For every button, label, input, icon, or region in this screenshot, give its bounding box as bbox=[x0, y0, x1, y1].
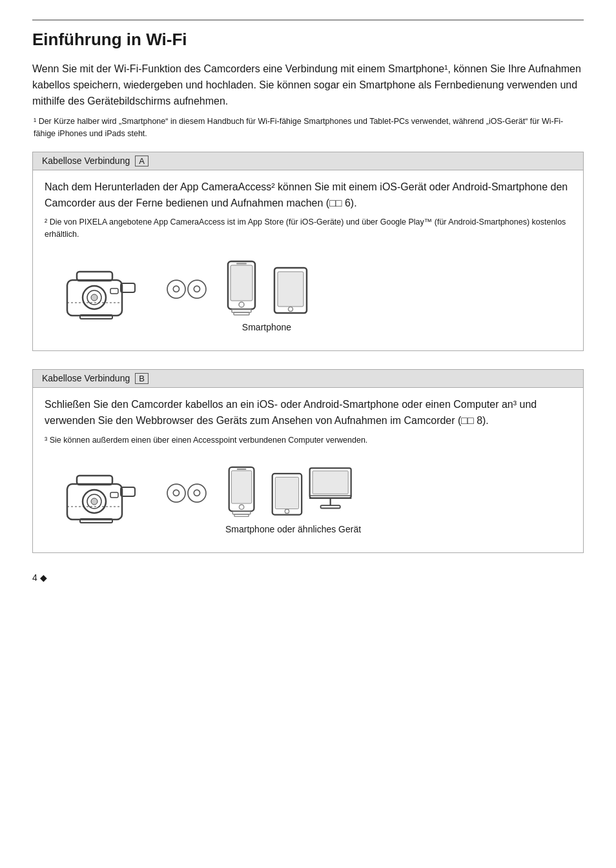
section-a-badge: A bbox=[135, 156, 149, 167]
section-a-diagram-label: Smartphone bbox=[242, 322, 291, 332]
section-b-diagram: ⦾⦾ bbox=[45, 452, 571, 541]
section-b-box: Kabellose Verbindung B Schließen Sie den… bbox=[32, 369, 584, 553]
page-footer: 4 ◆ bbox=[32, 572, 584, 583]
tablet-icon-a bbox=[272, 267, 308, 318]
camcorder-diagram-b bbox=[64, 468, 148, 532]
section-a-content: Nach dem Herunterladen der App CameraAcc… bbox=[33, 170, 583, 350]
section-b-header: Kabellose Verbindung B bbox=[33, 370, 583, 388]
camcorder-icon-b bbox=[64, 468, 148, 532]
svg-rect-14 bbox=[234, 312, 249, 315]
camcorder-diagram-a bbox=[64, 264, 148, 328]
section-b-badge: B bbox=[135, 373, 149, 384]
devices-row-b bbox=[227, 465, 360, 520]
svg-point-21 bbox=[91, 498, 98, 505]
svg-rect-31 bbox=[232, 511, 251, 514]
section-b-diagram-label: Smartphone oder ähnliches Gerät bbox=[225, 524, 361, 534]
section-a-body: Nach dem Herunterladen der App CameraAcc… bbox=[45, 179, 571, 212]
section-a-header: Kabellose Verbindung A bbox=[33, 152, 583, 170]
wifi-waves-b: ⦾⦾ bbox=[166, 479, 207, 509]
page-bullet: ◆ bbox=[40, 572, 47, 583]
svg-rect-34 bbox=[275, 478, 298, 509]
svg-rect-23 bbox=[121, 487, 135, 496]
svg-rect-10 bbox=[231, 265, 252, 301]
section-a-diagram: ⦾⦾ bbox=[45, 247, 571, 339]
section-b-body: Schließen Sie den Camcorder kabellos an … bbox=[45, 397, 571, 429]
page-title: Einführung in Wi-Fi bbox=[32, 19, 584, 50]
camcorder-icon-a bbox=[64, 264, 148, 328]
svg-point-12 bbox=[239, 302, 244, 307]
intro-paragraph: Wenn Sie mit der Wi-Fi-Funktion des Camc… bbox=[32, 61, 584, 109]
svg-point-3 bbox=[91, 294, 98, 301]
smartphone-icon-b bbox=[227, 465, 265, 520]
smartphone-icon-a bbox=[225, 260, 267, 318]
svg-rect-40 bbox=[310, 496, 351, 498]
section-b-content: Schließen Sie den Camcorder kabellos an … bbox=[33, 388, 583, 552]
computer-icon-b bbox=[308, 465, 360, 520]
svg-rect-32 bbox=[234, 514, 249, 517]
svg-rect-26 bbox=[80, 519, 112, 523]
smartphone-tablet-computer-b: Smartphone oder ähnliches Gerät bbox=[225, 465, 361, 534]
svg-rect-5 bbox=[121, 283, 135, 292]
section-a-header-text: Kabellose Verbindung bbox=[42, 156, 130, 166]
svg-point-35 bbox=[285, 509, 289, 513]
svg-rect-39 bbox=[321, 505, 340, 508]
devices-row-a bbox=[225, 260, 308, 318]
svg-rect-24 bbox=[110, 492, 118, 498]
svg-rect-16 bbox=[278, 272, 303, 307]
tablet-icon-b bbox=[271, 472, 303, 520]
svg-point-17 bbox=[289, 307, 293, 311]
svg-rect-28 bbox=[231, 471, 251, 504]
section-b-header-text: Kabellose Verbindung bbox=[42, 373, 130, 383]
svg-rect-6 bbox=[110, 288, 118, 294]
svg-point-30 bbox=[239, 505, 243, 509]
wifi-waves-a: ⦾⦾ bbox=[166, 275, 207, 305]
smartphone-tablet-a: Smartphone bbox=[225, 260, 308, 332]
svg-rect-37 bbox=[313, 471, 348, 494]
footnote-1: ¹ Der Kürze halber wird „Smartphone“ in … bbox=[34, 116, 584, 140]
section-b-footnote: ³ Sie können außerdem einen über einen A… bbox=[45, 434, 571, 447]
svg-rect-8 bbox=[80, 315, 112, 319]
section-a-box: Kabellose Verbindung A Nach dem Herunter… bbox=[32, 152, 584, 351]
page-number: 4 bbox=[32, 572, 37, 583]
section-a-footnote: ² Die von PIXELA angebotene App CameraAc… bbox=[45, 216, 571, 241]
